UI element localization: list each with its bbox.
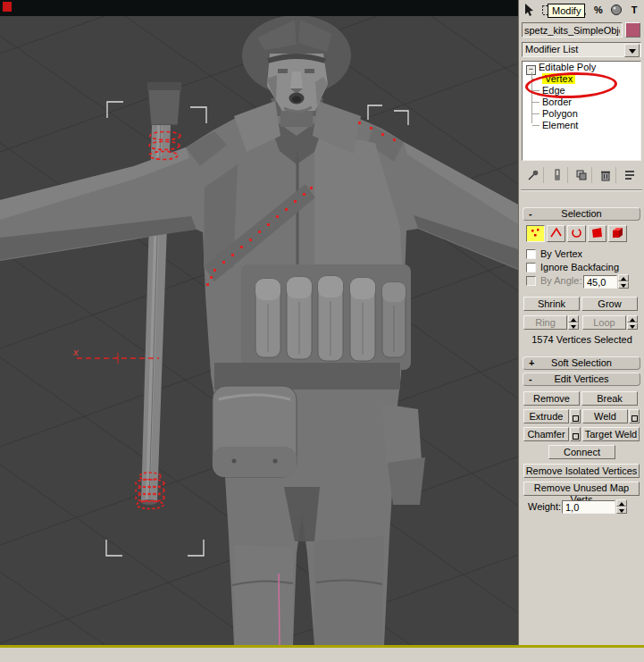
subobject-vertex-button[interactable]	[526, 225, 545, 242]
extrude-button[interactable]: Extrude	[523, 409, 569, 423]
stack-item-polygon[interactable]: Polygon	[523, 108, 640, 120]
by-angle-field[interactable]	[583, 275, 617, 289]
3dsmax-window: x % T Modify Modifier List	[0, 0, 644, 662]
ring-spinner[interactable]	[568, 315, 579, 330]
modifier-stack[interactable]: −Editable Poly Vertex Edge Border Polygo…	[522, 61, 641, 161]
stack-item-element[interactable]: Element	[523, 120, 640, 131]
edge-icon	[548, 226, 564, 239]
rollout-edit-vertices[interactable]: - Edit Vertices	[523, 373, 640, 386]
loop-button[interactable]: Loop	[582, 315, 626, 330]
chest-pouches	[241, 264, 411, 370]
ignore-backfacing-checkbox[interactable]	[526, 263, 536, 272]
bottom-strip	[0, 648, 644, 662]
connect-button[interactable]: Connect	[548, 445, 615, 459]
stack-item-editable-poly[interactable]: −Editable Poly	[523, 62, 640, 73]
remove-isolated-vertices-button[interactable]: Remove Isolated Vertices	[523, 464, 640, 478]
configure-modifier-sets-icon[interactable]	[620, 167, 640, 183]
subobject-element-button[interactable]	[608, 225, 627, 242]
stack-item-edge[interactable]: Edge	[523, 85, 640, 96]
chamfer-settings-button[interactable]	[570, 427, 581, 441]
weight-spinner[interactable]	[616, 499, 627, 514]
subobject-border-button[interactable]	[567, 225, 586, 242]
stack-item-vertex[interactable]: Vertex	[523, 73, 640, 85]
weld-button[interactable]: Weld	[582, 409, 628, 423]
percent-icon[interactable]: %	[590, 2, 606, 18]
soldier-model	[0, 16, 518, 645]
element-icon	[610, 226, 625, 239]
selection-status: 1574 Vertices Selected	[519, 334, 644, 345]
holster	[388, 457, 425, 505]
viewport-3d[interactable]: x	[0, 16, 518, 645]
weld-settings-button[interactable]	[629, 409, 640, 423]
stack-toolbar	[522, 165, 641, 185]
chevron-down-icon[interactable]	[624, 44, 640, 57]
extrude-settings-button[interactable]	[570, 409, 581, 423]
divider	[521, 189, 642, 191]
settings-icon	[573, 433, 579, 440]
by-vertex-checkbox[interactable]	[526, 249, 536, 259]
axis-x-label: x	[72, 347, 79, 357]
modifier-list-dropdown[interactable]: Modifier List	[522, 42, 641, 57]
modify-tooltip: Modify	[548, 4, 585, 18]
ring-button[interactable]: Ring	[523, 315, 567, 330]
by-angle-checkbox[interactable]	[526, 276, 536, 286]
stack-item-border[interactable]: Border	[523, 96, 640, 108]
command-panel: % T Modify Modifier List −Editable Poly …	[518, 0, 644, 662]
subobject-edge-button[interactable]	[547, 225, 565, 242]
ignore-backfacing-label: Ignore Backfacing	[540, 262, 619, 272]
title-icon	[3, 2, 12, 12]
cursor-icon[interactable]	[522, 2, 538, 18]
drop-pouch	[213, 386, 297, 477]
selected-subobject-level: Vertex	[542, 73, 575, 84]
target-weld-button[interactable]: Target Weld	[582, 427, 640, 441]
by-vertex-label: By Vertex	[540, 248, 582, 259]
vertex-icon	[528, 226, 543, 239]
chamfer-button[interactable]: Chamfer	[523, 427, 569, 441]
weight-label: Weight:	[528, 501, 561, 512]
pin-stack-icon[interactable]	[523, 167, 544, 183]
remove-button[interactable]: Remove	[523, 391, 580, 406]
hip-pouch	[382, 404, 422, 465]
modifier-list-label: Modifier List	[525, 44, 578, 54]
subobject-polygon-button[interactable]	[588, 225, 606, 242]
object-color-swatch[interactable]	[625, 22, 640, 38]
border-icon	[569, 226, 584, 239]
sphere-icon[interactable]	[608, 2, 624, 18]
grow-button[interactable]: Grow	[581, 297, 638, 311]
settings-icon	[573, 415, 579, 422]
stack-tree-line	[531, 72, 532, 123]
rifle	[141, 82, 181, 505]
loop-spinner[interactable]	[627, 315, 638, 330]
remove-modifier-icon[interactable]	[596, 167, 616, 183]
by-angle-label: By Angle:	[540, 275, 581, 286]
edge-highlight-line	[279, 574, 280, 645]
remove-unused-map-verts-button[interactable]: Remove Unused Map Verts	[523, 482, 640, 496]
object-name-field[interactable]	[522, 22, 623, 38]
rollout-selection[interactable]: - Selection	[523, 207, 640, 221]
letter-t-icon[interactable]: T	[626, 2, 642, 18]
weight-field[interactable]	[562, 500, 615, 514]
rollout-soft-selection[interactable]: + Soft Selection	[523, 356, 640, 370]
show-end-result-icon[interactable]	[548, 167, 568, 183]
shrink-button[interactable]: Shrink	[523, 297, 580, 311]
break-button[interactable]: Break	[581, 391, 638, 406]
make-unique-icon[interactable]	[572, 167, 592, 183]
titlebar-strip	[0, 0, 518, 16]
polygon-icon	[590, 226, 605, 239]
by-angle-spinner[interactable]	[618, 274, 629, 289]
settings-icon	[631, 415, 638, 422]
